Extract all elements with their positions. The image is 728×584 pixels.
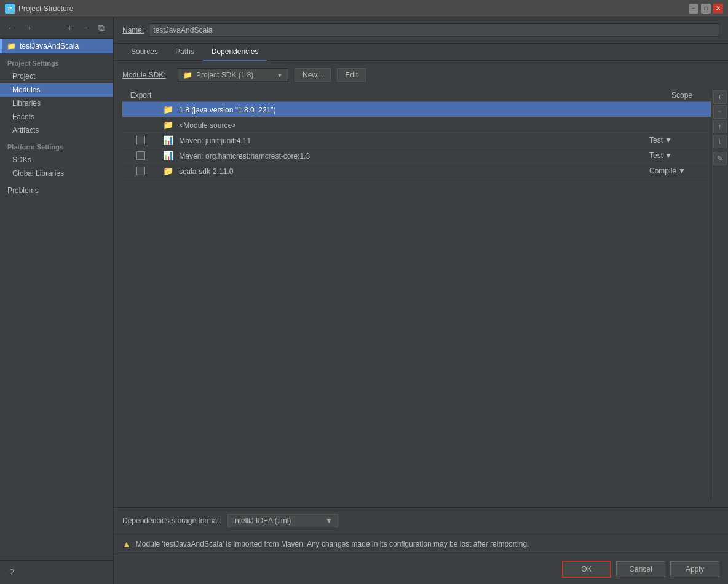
back-button[interactable]: ← (5, 21, 18, 34)
dep-checkbox-hamcrest[interactable] (136, 151, 145, 160)
sidebar-item-artifacts[interactable]: Artifacts (0, 124, 113, 137)
name-label: Name: (122, 26, 144, 34)
minimize-button[interactable]: − (689, 4, 698, 14)
tabs-bar: Sources Paths Dependencies (114, 44, 728, 61)
dep-name-jdk: 📁 1.8 (java version "1.8.0_221") (159, 105, 649, 114)
add-module-button[interactable]: + (63, 21, 76, 34)
title-bar-controls: − □ ✕ (689, 4, 723, 14)
storage-format-value: IntelliJ IDEA (.iml) (233, 516, 291, 525)
bottom-section: Dependencies storage format: IntelliJ ID… (114, 507, 728, 584)
move-down-button[interactable]: ↓ (713, 135, 727, 148)
dep-row-jdk[interactable]: 📁 1.8 (java version "1.8.0_221") (122, 102, 711, 117)
tab-sources[interactable]: Sources (122, 44, 167, 61)
dep-label-junit: Maven: junit:junit:4.11 (179, 136, 251, 145)
tab-paths[interactable]: Paths (167, 44, 203, 61)
main-container: ← → + − ⧉ 📁 testJavaAndScala Project Set… (0, 17, 728, 584)
dependencies-panel: Module SDK: 📁 Project SDK (1.8) ▼ New...… (114, 61, 728, 507)
dep-export-hamcrest (122, 151, 159, 160)
sidebar-item-modules[interactable]: Modules (0, 83, 113, 97)
sidebar-item-sdks[interactable]: SDKs (0, 153, 113, 167)
sidebar-item-libraries[interactable]: Libraries (0, 97, 113, 110)
module-item-label: testJavaAndScala (20, 42, 79, 50)
dep-export-scala (122, 167, 159, 175)
sdk-folder-icon: 📁 (183, 71, 192, 79)
edit-sdk-button[interactable]: Edit (337, 68, 366, 82)
sdk-dropdown[interactable]: 📁 Project SDK (1.8) ▼ (178, 68, 288, 82)
dep-checkbox-scala[interactable] (136, 167, 145, 175)
dep-scope-hamcrest[interactable]: Test ▼ (649, 151, 711, 160)
scope-dropdown-hamcrest[interactable]: Test ▼ (649, 151, 692, 160)
sidebar: ← → + − ⧉ 📁 testJavaAndScala Project Set… (0, 17, 114, 584)
sidebar-item-problems[interactable]: Problems (0, 180, 113, 197)
dep-row-scala[interactable]: 📁 scala-sdk-2.11.0 Compile ▼ (122, 164, 711, 179)
dep-icon-junit: 📊 (163, 135, 173, 145)
module-item[interactable]: 📁 testJavaAndScala (0, 39, 113, 53)
scope-dropdown-scala[interactable]: Compile ▼ (649, 167, 692, 175)
sdk-dropdown-arrow: ▼ (277, 72, 283, 79)
sidebar-item-global-libraries[interactable]: Global Libraries (0, 167, 113, 180)
sidebar-item-project[interactable]: Project (0, 69, 113, 83)
sdk-row: Module SDK: 📁 Project SDK (1.8) ▼ New...… (114, 68, 728, 89)
new-sdk-button[interactable]: New... (295, 68, 331, 82)
dep-scope-scala[interactable]: Compile ▼ (649, 167, 711, 175)
content-area: Name: Sources Paths Dependencies Module … (114, 17, 728, 584)
dep-name-junit: 📊 Maven: junit:junit:4.11 (159, 135, 649, 145)
dep-icon-hamcrest: 📊 (163, 151, 173, 160)
app-icon: P (5, 4, 15, 14)
remove-dep-button[interactable]: − (713, 105, 727, 119)
platform-settings-title: Platform Settings (0, 137, 113, 153)
move-up-button[interactable]: ↑ (713, 120, 727, 133)
module-folder-icon: 📁 (7, 42, 16, 50)
warning-text: Module 'testJavaAndScala' is imported fr… (136, 540, 529, 548)
title-bar-text: Project Structure (18, 4, 73, 13)
warning-row: ▲ Module 'testJavaAndScala' is imported … (114, 534, 728, 554)
maximize-button[interactable]: □ (701, 4, 711, 14)
header-export: Export (122, 91, 159, 100)
ok-button[interactable]: OK (562, 561, 611, 578)
remove-module-button[interactable]: − (79, 21, 92, 34)
dep-row-junit[interactable]: 📊 Maven: junit:junit:4.11 Test ▼ (122, 133, 711, 148)
scope-value-junit: Test (649, 136, 663, 144)
dep-row-hamcrest[interactable]: 📊 Maven: org.hamcrest:hamcrest-core:1.3 … (122, 148, 711, 164)
header-scope: Scope (649, 91, 711, 100)
dialog-buttons: OK Cancel Apply (114, 554, 728, 584)
dep-checkbox-junit[interactable] (136, 136, 145, 144)
warning-icon: ▲ (122, 539, 131, 549)
deps-table-wrapper: Export Scope 📁 1.8 (java version "1.8.0_… (114, 89, 728, 500)
dep-row-module-source[interactable]: 📁 <Module source> (122, 117, 711, 133)
sidebar-item-facets[interactable]: Facets (0, 110, 113, 124)
deps-table-body: 📁 1.8 (java version "1.8.0_221") 📁 <Modu… (122, 102, 711, 500)
help-button[interactable]: ? (5, 566, 18, 579)
deps-table-header: Export Scope (122, 89, 711, 102)
dep-icon-module-source: 📁 (163, 120, 173, 130)
dep-scope-junit[interactable]: Test ▼ (649, 136, 711, 144)
deps-table-container: Export Scope 📁 1.8 (java version "1.8.0_… (122, 89, 711, 500)
storage-format-label: Dependencies storage format: (122, 516, 221, 525)
dep-label-scala: scala-sdk-2.11.0 (179, 167, 233, 176)
dep-name-module-source: 📁 <Module source> (159, 120, 649, 130)
cancel-button[interactable]: Cancel (616, 561, 665, 577)
dep-name-scala: 📁 scala-sdk-2.11.0 (159, 166, 649, 176)
scope-dropdown-junit[interactable]: Test ▼ (649, 136, 692, 144)
dep-label-module-source: <Module source> (179, 121, 236, 130)
dep-icon-jdk: 📁 (163, 105, 173, 114)
scope-arrow-junit: ▼ (665, 136, 672, 144)
forward-button[interactable]: → (21, 21, 34, 34)
dep-label-jdk: 1.8 (java version "1.8.0_221") (179, 106, 275, 114)
scope-value-hamcrest: Test (649, 151, 663, 160)
add-dep-button[interactable]: + (713, 90, 727, 104)
sidebar-toolbar: ← → + − ⧉ (0, 17, 113, 39)
sidebar-bottom: ? (0, 560, 113, 584)
dep-icon-scala: 📁 (163, 166, 173, 176)
storage-format-dropdown[interactable]: IntelliJ IDEA (.iml) ▼ (228, 514, 338, 527)
tab-dependencies[interactable]: Dependencies (203, 44, 267, 61)
apply-button[interactable]: Apply (670, 561, 719, 577)
dep-label-hamcrest: Maven: org.hamcrest:hamcrest-core:1.3 (179, 152, 310, 160)
copy-module-button[interactable]: ⧉ (95, 21, 108, 34)
dep-export-junit (122, 136, 159, 144)
name-input[interactable] (149, 23, 719, 37)
edit-dep-button[interactable]: ✎ (713, 152, 727, 165)
close-button[interactable]: ✕ (713, 4, 723, 14)
scope-arrow-scala: ▼ (678, 167, 686, 175)
title-bar: P Project Structure − □ ✕ (0, 0, 728, 17)
